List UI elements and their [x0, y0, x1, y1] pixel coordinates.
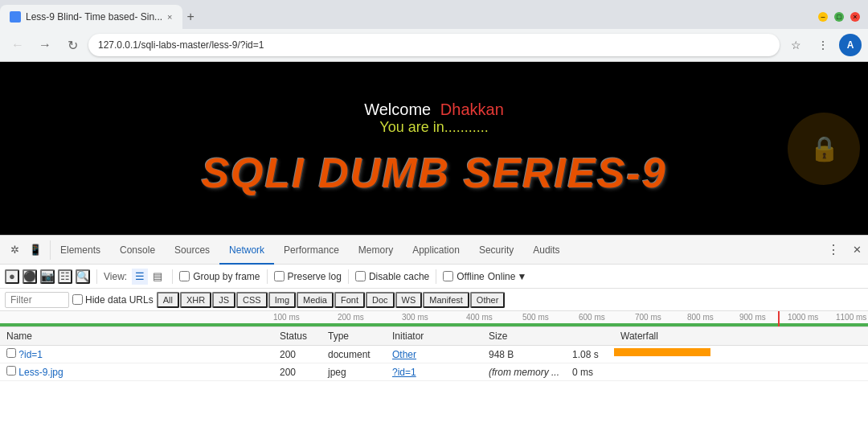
chevron-down-icon: ▼: [517, 271, 526, 282]
list-view-button[interactable]: ☰: [132, 269, 148, 285]
throttle-dropdown[interactable]: Online ▼: [488, 271, 527, 282]
row2-time: 0 ms: [566, 363, 614, 381]
tab-close-button[interactable]: ×: [167, 12, 172, 22]
col-waterfall[interactable]: Waterfall: [614, 327, 868, 346]
tab-memory[interactable]: Memory: [349, 236, 403, 265]
filter-font[interactable]: Font: [334, 292, 365, 308]
tab-performance[interactable]: Performance: [274, 236, 349, 265]
separator-5: [436, 269, 436, 284]
view-label: View:: [104, 271, 127, 282]
col-size[interactable]: Size: [482, 327, 566, 346]
welcome-name: Dhakkan: [440, 101, 504, 118]
disable-cache-checkbox[interactable]: Disable cache: [355, 271, 429, 282]
filter-media[interactable]: Media: [297, 292, 334, 308]
filter-types: All XHR JS CSS Img Media Font Doc WS Man…: [157, 292, 506, 308]
welcome-prefix: Welcome: [364, 101, 431, 118]
row1-name[interactable]: ?id=1: [0, 346, 273, 363]
filter-js[interactable]: JS: [212, 292, 235, 308]
tab-console[interactable]: Console: [110, 236, 165, 265]
preserve-log-checkbox[interactable]: Preserve log: [274, 271, 342, 282]
settings-button[interactable]: ⋮: [812, 34, 834, 56]
tab-title: Less-9 Blind- Time based- Sin...: [26, 11, 162, 23]
col-initiator[interactable]: Initiator: [386, 327, 482, 346]
col-type[interactable]: Type: [321, 327, 386, 346]
forward-button[interactable]: →: [34, 34, 56, 56]
tick-600ms: 600 ms: [579, 313, 605, 322]
devtools-icons: ✲ 📱: [0, 240, 51, 260]
separator-3: [267, 269, 268, 284]
page-title: SQLI DUMB SERIES-9: [201, 149, 666, 197]
row1-type: document: [321, 346, 386, 363]
tab-audits[interactable]: Audits: [523, 236, 569, 265]
filter-bar: Hide data URLs All XHR JS CSS Img Media …: [0, 289, 868, 311]
reload-button[interactable]: ↻: [61, 34, 84, 56]
more-tabs-button[interactable]: ⋮: [821, 242, 846, 257]
tab-security[interactable]: Security: [469, 236, 523, 265]
capture-screenshot-button[interactable]: 📷: [40, 269, 55, 284]
back-button[interactable]: ←: [6, 34, 29, 56]
page-content: Welcome Dhakkan You are in........... SQ…: [0, 62, 868, 235]
row1-checkbox[interactable]: [6, 348, 16, 358]
filter-all[interactable]: All: [157, 292, 179, 308]
table-row[interactable]: ?id=1 200 document Other 948 B 1.08 s: [0, 346, 868, 363]
hide-data-urls-checkbox[interactable]: Hide data URLs: [72, 294, 154, 306]
bookmark-button[interactable]: ☆: [784, 34, 807, 56]
inspect-element-button[interactable]: ✲: [5, 240, 24, 260]
filter-other[interactable]: Other: [470, 292, 506, 308]
address-bar: ← → ↻ ☆ ⋮ A: [0, 29, 868, 61]
tick-1000ms: 1000 ms: [788, 313, 818, 322]
tab-sources[interactable]: Sources: [165, 236, 219, 265]
device-toolbar-button[interactable]: 📱: [26, 240, 45, 260]
row2-status: 200: [273, 363, 321, 381]
row1-time: 1.08 s: [566, 346, 614, 363]
table-row[interactable]: Less-9.jpg 200 jpeg ?id=1 (from memory .…: [0, 363, 868, 381]
active-tab[interactable]: Less-9 Blind- Time based- Sin... ×: [0, 5, 182, 29]
tab-elements[interactable]: Elements: [51, 236, 110, 265]
close-button[interactable]: ×: [850, 12, 860, 22]
tab-network[interactable]: Network: [219, 236, 274, 265]
maximize-button[interactable]: □: [834, 12, 844, 22]
overlay-logo: 🔒: [788, 113, 860, 185]
filter-input[interactable]: [5, 292, 69, 308]
tick-900ms: 900 ms: [739, 313, 766, 322]
window-controls: – □ ×: [818, 12, 868, 22]
row2-initiator: ?id=1: [386, 363, 482, 381]
col-name[interactable]: Name: [0, 327, 273, 346]
filter-manifest[interactable]: Manifest: [423, 292, 469, 308]
row2-checkbox[interactable]: [6, 366, 16, 376]
filter-ws[interactable]: WS: [395, 292, 423, 308]
search-button[interactable]: 🔍: [76, 269, 90, 284]
profile-avatar[interactable]: A: [839, 34, 862, 56]
clear-button[interactable]: ⚫: [23, 269, 37, 284]
large-rows-button[interactable]: ▤: [149, 269, 166, 285]
devtools-close-button[interactable]: ✕: [846, 244, 868, 256]
tab-bar: Less-9 Blind- Time based- Sin... × + – □…: [0, 0, 868, 29]
filter-img[interactable]: Img: [268, 292, 296, 308]
tab-favicon: [10, 11, 21, 23]
row2-name[interactable]: Less-9.jpg: [0, 363, 273, 381]
offline-checkbox[interactable]: Offline: [443, 271, 484, 282]
filter-xhr[interactable]: XHR: [180, 292, 211, 308]
tick-800ms: 800 ms: [687, 313, 714, 322]
minimize-button[interactable]: –: [818, 12, 828, 22]
filter-css[interactable]: CSS: [236, 292, 268, 308]
record-button[interactable]: ●: [5, 269, 19, 284]
tab-application[interactable]: Application: [403, 236, 469, 265]
tick-300ms: 300 ms: [402, 313, 428, 322]
tick-500ms: 500 ms: [522, 313, 549, 322]
col-time[interactable]: [566, 327, 614, 346]
new-tab-button[interactable]: +: [182, 5, 199, 29]
network-toolbar: ● ⚫ 📷 ☷ 🔍 View: ☰ ▤ Group by frame Prese…: [0, 265, 868, 289]
url-input[interactable]: [88, 34, 780, 56]
group-by-frame-checkbox[interactable]: Group by frame: [179, 271, 260, 282]
filter-doc[interactable]: Doc: [366, 292, 395, 308]
devtools-header: ✲ 📱 Elements Console Sources Network Per…: [0, 236, 868, 265]
col-status[interactable]: Status: [273, 327, 321, 346]
network-table: Name Status Type Initiator Size Waterfal…: [0, 327, 868, 381]
row1-size: 948 B: [482, 346, 566, 363]
devtools-panel: ✲ 📱 Elements Console Sources Network Per…: [0, 235, 868, 381]
tick-200ms: 200 ms: [338, 313, 364, 322]
separator-1: [96, 269, 97, 284]
row1-waterfall: [614, 346, 868, 363]
filter-button[interactable]: ☷: [58, 269, 72, 284]
